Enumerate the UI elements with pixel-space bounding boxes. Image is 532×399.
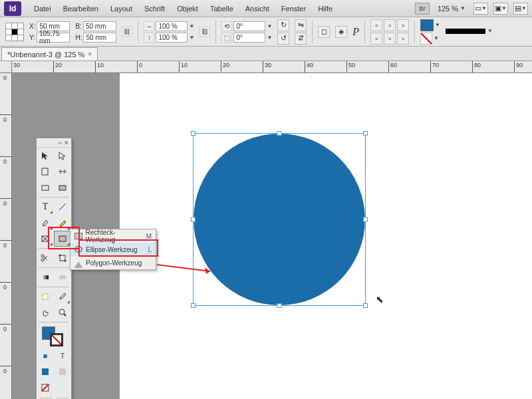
select-container-button[interactable]: ◻ bbox=[318, 26, 330, 38]
menu-fenster[interactable]: Fenster bbox=[275, 0, 312, 17]
flip-h-button[interactable]: ⇋ bbox=[295, 19, 307, 31]
toolbox-panel[interactable]: ‹‹ ✕ T bbox=[36, 138, 72, 399]
resize-handle-l[interactable] bbox=[191, 217, 196, 222]
page-tool[interactable] bbox=[37, 164, 54, 180]
svg-rect-10 bbox=[60, 255, 65, 261]
hand-tool[interactable] bbox=[37, 305, 54, 321]
proxy-stroke-icon[interactable] bbox=[50, 333, 63, 346]
selection-frame[interactable] bbox=[193, 133, 366, 306]
document-tab[interactable]: *Unbenannt-3 @ 125 % × bbox=[1, 47, 98, 61]
control-bar: X:50 mm B:50 mm Y:105,75 mm H:50 mm ⛓ ↔1… bbox=[0, 17, 532, 47]
default-fill-button[interactable] bbox=[37, 364, 54, 380]
svg-point-11 bbox=[59, 255, 61, 257]
resize-handle-b[interactable] bbox=[277, 303, 282, 308]
svg-rect-0 bbox=[42, 168, 48, 175]
shear-icon: ⬚ bbox=[221, 33, 232, 43]
h-field[interactable]: 50 mm bbox=[83, 33, 116, 43]
content-placer-tool[interactable] bbox=[54, 180, 71, 196]
document-tabstrip: *Unbenannt-3 @ 125 % × bbox=[0, 47, 532, 61]
type-tool[interactable]: T bbox=[37, 199, 54, 215]
line-tool[interactable] bbox=[54, 199, 71, 215]
menu-ansicht[interactable]: Ansicht bbox=[239, 0, 275, 17]
scale-x-field[interactable]: 100 % bbox=[156, 21, 188, 31]
stroke-swatch[interactable] bbox=[420, 33, 432, 45]
resize-handle-r[interactable] bbox=[363, 217, 368, 222]
apply-gradient-button[interactable] bbox=[54, 364, 71, 380]
svg-rect-18 bbox=[42, 368, 49, 375]
shear-field[interactable]: 0° bbox=[233, 33, 265, 43]
menu-bearbeiten[interactable]: Bearbeiten bbox=[57, 0, 104, 17]
resize-handle-tl[interactable] bbox=[191, 131, 196, 136]
constrain-wh-icon[interactable]: ⛓ bbox=[122, 27, 132, 37]
toolbox-header[interactable]: ‹‹ ✕ bbox=[37, 138, 71, 148]
menu-hilfe[interactable]: Hilfe bbox=[312, 0, 338, 17]
constrain-scale-icon[interactable]: ⛓ bbox=[200, 27, 210, 37]
menu-datei[interactable]: Datei bbox=[28, 0, 57, 17]
note-tool[interactable] bbox=[37, 289, 54, 305]
scissors-tool[interactable] bbox=[37, 250, 54, 266]
view-mode-2[interactable]: ▣▼ bbox=[493, 3, 508, 15]
align-6[interactable]: ▫ bbox=[397, 33, 409, 45]
scale-y-field[interactable]: 100 % bbox=[156, 33, 188, 43]
rotate-cw-button[interactable]: ↻ bbox=[277, 19, 289, 31]
rotate-field[interactable]: 0° bbox=[233, 21, 265, 31]
canvas[interactable]: ⬉ bbox=[120, 73, 532, 399]
align-4[interactable]: ▫ bbox=[370, 33, 382, 45]
close-tab-icon[interactable]: × bbox=[88, 51, 92, 58]
gap-tool[interactable] bbox=[54, 164, 71, 180]
vertical-ruler[interactable]: 0 0 0 0 0 0 0 0 0 bbox=[0, 73, 12, 399]
paragraph-style-icon[interactable]: P bbox=[352, 26, 359, 38]
align-5[interactable]: ▫ bbox=[384, 33, 396, 45]
gradient-feather-tool[interactable] bbox=[54, 269, 71, 285]
ruler-origin[interactable] bbox=[0, 61, 12, 73]
gradient-swatch-tool[interactable] bbox=[37, 269, 54, 285]
menu-tabelle[interactable]: Tabelle bbox=[204, 0, 239, 17]
svg-line-17 bbox=[64, 314, 66, 316]
resize-handle-tr[interactable] bbox=[363, 131, 368, 136]
select-content-button[interactable]: ◈ bbox=[335, 26, 347, 38]
fill-swatch[interactable] bbox=[420, 19, 434, 31]
stroke-style[interactable] bbox=[446, 29, 485, 34]
annotation-box-tool bbox=[48, 227, 80, 249]
flyout-polygon[interactable]: Polygon-Werkzeug bbox=[70, 256, 156, 269]
scale-y-icon: ↕ bbox=[144, 33, 154, 43]
free-transform-tool[interactable] bbox=[54, 250, 71, 266]
fill-stroke-proxy[interactable] bbox=[37, 324, 71, 348]
apply-text-button[interactable]: T bbox=[54, 348, 71, 364]
resize-handle-bl[interactable] bbox=[191, 303, 196, 308]
apply-color-button[interactable]: ■ bbox=[37, 348, 54, 364]
document-tab-title: *Unbenannt-3 @ 125 % bbox=[7, 51, 84, 59]
menu-schrift[interactable]: Schrift bbox=[138, 0, 171, 17]
view-mode-1[interactable]: ▭▼ bbox=[473, 3, 488, 15]
horizontal-ruler[interactable]: 30 20 10 0 10 20 30 40 50 60 70 80 90 bbox=[12, 61, 532, 73]
direct-selection-tool[interactable] bbox=[54, 148, 71, 164]
menu-layout[interactable]: Layout bbox=[104, 0, 138, 17]
resize-handle-t[interactable] bbox=[277, 131, 282, 136]
ellipse-shape[interactable] bbox=[194, 134, 365, 305]
rotate-ccw-button[interactable]: ↺ bbox=[277, 33, 289, 45]
svg-rect-13 bbox=[42, 275, 49, 279]
align-2[interactable]: ▫ bbox=[384, 19, 396, 31]
resize-handle-br[interactable] bbox=[363, 303, 368, 308]
zoom-combo[interactable]: 125 %▼ bbox=[435, 4, 468, 13]
zoom-tool[interactable] bbox=[54, 305, 71, 321]
flip-v-button[interactable]: ⇵ bbox=[295, 33, 307, 45]
content-collector-tool[interactable] bbox=[37, 180, 54, 196]
cursor-icon: ⬉ bbox=[376, 294, 384, 305]
annotation-box-flyout bbox=[78, 239, 158, 257]
align-1[interactable]: ▫ bbox=[370, 19, 382, 31]
annotation-arrow bbox=[157, 262, 217, 275]
eyedropper-tool[interactable] bbox=[54, 289, 71, 305]
w-field[interactable]: 50 mm bbox=[83, 21, 116, 31]
flyout-item-label: Polygon-Werkzeug bbox=[86, 259, 142, 267]
apply-none-button[interactable] bbox=[37, 380, 54, 396]
reference-point[interactable] bbox=[5, 23, 24, 41]
view-mode-3[interactable]: ▤▼ bbox=[513, 3, 528, 15]
svg-rect-19 bbox=[59, 368, 66, 375]
menu-objekt[interactable]: Objekt bbox=[171, 0, 204, 17]
align-3[interactable]: ▫ bbox=[397, 19, 409, 31]
y-field[interactable]: 105,75 mm bbox=[37, 33, 70, 43]
bridge-button[interactable]: Br bbox=[415, 3, 430, 15]
selection-tool[interactable] bbox=[37, 148, 54, 164]
svg-rect-15 bbox=[43, 294, 48, 299]
